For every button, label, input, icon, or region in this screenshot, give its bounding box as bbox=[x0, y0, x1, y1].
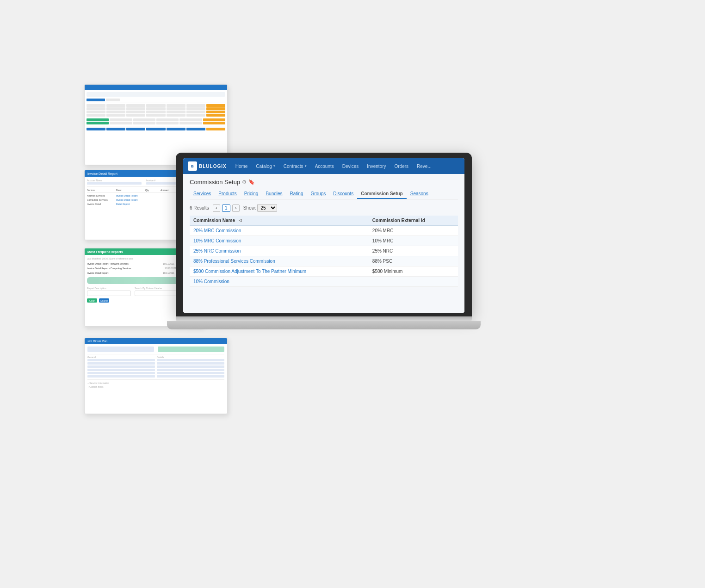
sub-tabs: Services Products Pricing Bundles Rating… bbox=[190, 189, 458, 199]
logo-text: BLULOGIX bbox=[199, 164, 227, 169]
results-count: 6 Results bbox=[190, 205, 209, 210]
cell-ext-id: 10% MRC bbox=[369, 236, 458, 246]
cell-commission-name[interactable]: 10% Commission bbox=[190, 277, 369, 287]
nav-accounts[interactable]: Accounts bbox=[311, 158, 338, 174]
tab-seasons[interactable]: Seasons bbox=[407, 189, 432, 199]
table-row[interactable]: 25% NRC Commission25% NRC bbox=[190, 246, 458, 256]
tab-discounts[interactable]: Discounts bbox=[329, 189, 357, 199]
cell-commission-name[interactable]: 10% MRC Commission bbox=[190, 236, 369, 246]
tab-products[interactable]: Products bbox=[215, 189, 240, 199]
cell-ext-id: 88% PSC bbox=[369, 256, 458, 266]
pager-current: 1 bbox=[222, 204, 230, 212]
pager-prev[interactable]: ‹ bbox=[213, 204, 220, 212]
nav-catalog[interactable]: Catalog ▾ bbox=[252, 158, 279, 174]
bookmark-icon[interactable]: 🔖 bbox=[248, 179, 255, 185]
table-row[interactable]: $500 Commission Adjustment To The Partne… bbox=[190, 266, 458, 277]
nav-home[interactable]: Home bbox=[231, 158, 252, 174]
table-header-row: Commission Name ⊲ Commission External Id bbox=[190, 216, 458, 226]
nav-inventory[interactable]: Inventory bbox=[363, 158, 390, 174]
col-name: Commission Name ⊲ bbox=[190, 216, 369, 226]
pager: ‹ 1 › bbox=[213, 204, 240, 212]
table-row[interactable]: 20% MRC Commission20% MRC bbox=[190, 226, 458, 236]
laptop-hinge bbox=[176, 316, 472, 321]
col-ext-id: Commission External Id bbox=[369, 216, 458, 226]
laptop-base bbox=[167, 321, 481, 329]
table-row[interactable]: 88% Professional Services Commission88% … bbox=[190, 256, 458, 266]
catalog-caret: ▾ bbox=[273, 164, 275, 168]
results-bar: 6 Results ‹ 1 › Show: 25 50 100 bbox=[190, 204, 458, 212]
logo-letter: B bbox=[191, 164, 194, 168]
cell-commission-name[interactable]: 20% MRC Commission bbox=[190, 226, 369, 236]
show-select: Show: 25 50 100 bbox=[243, 204, 278, 212]
cell-ext-id bbox=[369, 277, 458, 287]
settings-icon[interactable]: ⚙ bbox=[242, 179, 247, 185]
laptop-screen: B BLULOGIX Home Catalog ▾ Contracts ▾ Ac… bbox=[183, 158, 464, 313]
commission-table: Commission Name ⊲ Commission External Id… bbox=[190, 216, 458, 287]
bg-plan: 100 Minute Plan General Details bbox=[84, 338, 228, 414]
tab-bundles[interactable]: Bundles bbox=[262, 189, 286, 199]
pager-next[interactable]: › bbox=[232, 204, 240, 212]
logo-icon: B bbox=[188, 161, 197, 171]
page-content: Commission Setup ⚙ 🔖 Services Products P… bbox=[183, 174, 464, 313]
tab-services[interactable]: Services bbox=[190, 189, 215, 199]
tab-rating[interactable]: Rating bbox=[286, 189, 307, 199]
tab-groups[interactable]: Groups bbox=[307, 189, 329, 199]
cell-ext-id: 25% NRC bbox=[369, 246, 458, 256]
laptop: B BLULOGIX Home Catalog ▾ Contracts ▾ Ac… bbox=[176, 153, 472, 329]
cell-commission-name[interactable]: 88% Professional Services Commission bbox=[190, 256, 369, 266]
nav-revenue[interactable]: Reve... bbox=[413, 158, 436, 174]
tab-commission-setup[interactable]: Commission Setup bbox=[357, 189, 407, 199]
cell-ext-id: 20% MRC bbox=[369, 226, 458, 236]
table-row[interactable]: 10% MRC Commission10% MRC bbox=[190, 236, 458, 246]
cell-ext-id: $500 Minimum bbox=[369, 266, 458, 277]
nav-orders[interactable]: Orders bbox=[390, 158, 413, 174]
app-navbar: B BLULOGIX Home Catalog ▾ Contracts ▾ Ac… bbox=[183, 158, 464, 174]
show-dropdown[interactable]: 25 50 100 bbox=[257, 204, 277, 212]
contracts-caret: ▾ bbox=[305, 164, 307, 168]
filter-icon[interactable]: ⊲ bbox=[238, 218, 242, 223]
app-logo: B BLULOGIX bbox=[188, 161, 227, 171]
cell-commission-name[interactable]: 25% NRC Commission bbox=[190, 246, 369, 256]
tab-pricing[interactable]: Pricing bbox=[241, 189, 262, 199]
nav-contracts[interactable]: Contracts ▾ bbox=[279, 158, 311, 174]
cell-commission-name[interactable]: $500 Commission Adjustment To The Partne… bbox=[190, 266, 369, 277]
laptop-bezel: B BLULOGIX Home Catalog ▾ Contracts ▾ Ac… bbox=[176, 153, 472, 316]
nav-devices[interactable]: Devices bbox=[338, 158, 363, 174]
table-row[interactable]: 10% Commission bbox=[190, 277, 458, 287]
page-title: Commission Setup ⚙ 🔖 bbox=[190, 179, 458, 186]
